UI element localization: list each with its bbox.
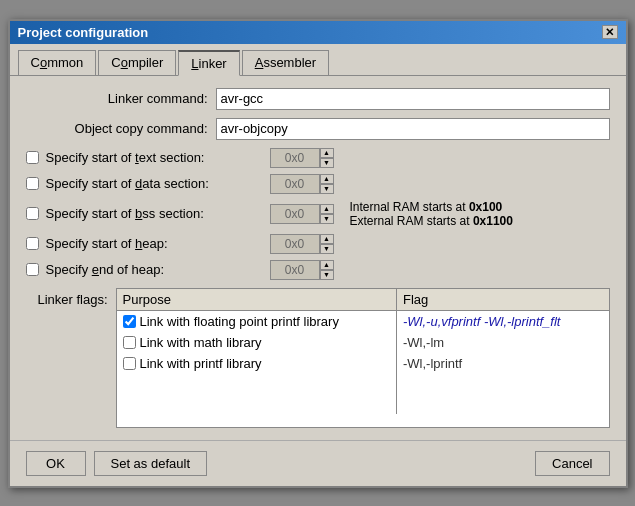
text-section-spinner-buttons: ▲ ▼ [320,148,334,168]
heap-start-value[interactable] [270,234,320,254]
flag-row-empty-1 [117,374,609,394]
heap-end-label: Specify end of heap: [46,262,266,277]
heap-start-spinner: ▲ ▼ [270,234,334,254]
text-section-checkbox[interactable] [26,151,39,164]
heap-start-down-button[interactable]: ▼ [320,244,334,254]
heap-end-spinner-buttons: ▲ ▼ [320,260,334,280]
flags-table: Purpose Flag Link with floating point pr… [117,289,609,414]
data-section-up-button[interactable]: ▲ [320,174,334,184]
data-section-spinner: ▲ ▼ [270,174,334,194]
bss-section-checkbox[interactable] [26,207,39,220]
linker-flags-label: Linker flags: [26,288,116,307]
bss-section-up-button[interactable]: ▲ [320,204,334,214]
object-copy-input[interactable] [216,118,610,140]
text-section-label: Specify start of text section: [46,150,266,165]
cancel-button[interactable]: Cancel [535,451,609,476]
text-section-value[interactable] [270,148,320,168]
tab-assembler-label: Assembler [255,55,316,70]
flag-checkbox-1[interactable] [123,336,136,349]
tab-linker-label: Linker [191,56,226,71]
project-configuration-dialog: Project configuration ✕ Common Compiler … [8,19,628,488]
data-section-down-button[interactable]: ▼ [320,184,334,194]
heap-end-row: Specify end of heap: ▲ ▼ [26,260,610,280]
bss-section-value[interactable] [270,204,320,224]
linker-command-row: Linker command: [26,88,610,110]
flag-purpose-2: Link with printf library [117,353,397,374]
ram-info: Internal RAM starts at 0x100 External RA… [350,200,513,228]
text-section-up-button[interactable]: ▲ [320,148,334,158]
data-section-checkbox[interactable] [26,177,39,190]
bottom-buttons: OK Set as default Cancel [10,440,626,486]
content-area: Linker command: Object copy command: Spe… [10,76,626,440]
text-section-row: Specify start of text section: ▲ ▼ [26,148,610,168]
flags-table-container: Purpose Flag Link with floating point pr… [116,288,610,428]
linker-command-label: Linker command: [26,91,216,106]
tab-bar: Common Compiler Linker Assembler [10,44,626,76]
flag-purpose-1: Link with math library [117,332,397,353]
title-bar: Project configuration ✕ [10,21,626,44]
flag-row-2: Link with printf library -Wl,-lprintf [117,353,609,374]
heap-end-value[interactable] [270,260,320,280]
flag-value-2: -Wl,-lprintf [397,353,609,374]
flags-table-header: Purpose Flag [117,289,609,311]
dialog-title: Project configuration [18,25,149,40]
bss-section-spinner-buttons: ▲ ▼ [320,204,334,224]
flag-value-1: -Wl,-lm [397,332,609,353]
tab-compiler[interactable]: Compiler [98,50,176,75]
heap-end-down-button[interactable]: ▼ [320,270,334,280]
heap-start-checkbox[interactable] [26,237,39,250]
data-section-row: Specify start of data section: ▲ ▼ [26,174,610,194]
close-button[interactable]: ✕ [602,25,618,39]
flag-checkbox-0[interactable] [123,315,136,328]
purpose-column-header: Purpose [117,289,397,311]
object-copy-row: Object copy command: [26,118,610,140]
heap-start-up-button[interactable]: ▲ [320,234,334,244]
data-section-spinner-buttons: ▲ ▼ [320,174,334,194]
tab-common[interactable]: Common [18,50,97,75]
heap-start-spinner-buttons: ▲ ▼ [320,234,334,254]
linker-command-input[interactable] [216,88,610,110]
ok-button[interactable]: OK [26,451,86,476]
tab-compiler-label: Compiler [111,55,163,70]
tab-linker[interactable]: Linker [178,50,239,76]
heap-end-spinner: ▲ ▼ [270,260,334,280]
text-section-spinner: ▲ ▼ [270,148,334,168]
set-as-default-button[interactable]: Set as default [94,451,208,476]
heap-start-row: Specify start of heap: ▲ ▼ [26,234,610,254]
flag-row-0: Link with floating point printf library … [117,310,609,332]
bss-section-row: Specify start of bss section: ▲ ▼ Intern… [26,200,610,228]
flag-checkbox-2[interactable] [123,357,136,370]
flag-column-header: Flag [397,289,609,311]
heap-start-label: Specify start of heap: [46,236,266,251]
data-section-value[interactable] [270,174,320,194]
heap-end-checkbox[interactable] [26,263,39,276]
bottom-left-buttons: OK Set as default [26,451,208,476]
bss-section-label: Specify start of bss section: [46,206,266,221]
tab-common-label: Common [31,55,84,70]
linker-flags-section: Linker flags: Purpose Flag Link with [26,288,610,428]
flag-purpose-0: Link with floating point printf library [117,311,397,332]
external-ram-info: External RAM starts at 0x1100 [350,214,513,228]
flag-row-1: Link with math library -Wl,-lm [117,332,609,353]
heap-end-up-button[interactable]: ▲ [320,260,334,270]
text-section-down-button[interactable]: ▼ [320,158,334,168]
flag-row-empty-2 [117,394,609,414]
bss-section-down-button[interactable]: ▼ [320,214,334,224]
bss-section-spinner: ▲ ▼ [270,204,334,224]
internal-ram-info: Internal RAM starts at 0x100 [350,200,513,214]
data-section-label: Specify start of data section: [46,176,266,191]
object-copy-label: Object copy command: [26,121,216,136]
tab-assembler[interactable]: Assembler [242,50,329,75]
flag-value-0: -Wl,-u,vfprintf -Wl,-lprintf_flt [397,310,609,332]
